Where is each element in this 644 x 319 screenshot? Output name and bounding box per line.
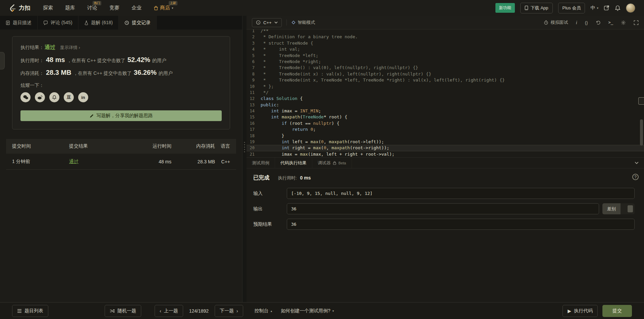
help-icon[interactable]: ? xyxy=(632,174,639,180)
settings-gear-icon[interactable] xyxy=(621,20,626,25)
next-question-button[interactable]: 下一题 › xyxy=(215,305,243,317)
panel-splitter[interactable] xyxy=(243,16,247,302)
code-line[interactable]: 20 int right = max(0, maxpath(root->righ… xyxy=(247,145,644,151)
code-editor[interactable]: 1/**2 * Definition for a binary tree nod… xyxy=(247,30,644,157)
feedback-icon[interactable] xyxy=(604,5,609,11)
code-line[interactable]: 18 } xyxy=(247,133,644,139)
code-line[interactable]: 13public: xyxy=(247,102,644,108)
language-select[interactable]: C++ xyxy=(252,18,282,27)
submission-runtime: 48 ms xyxy=(133,159,171,164)
editor-scrollbar-thumb[interactable] xyxy=(640,119,643,146)
tab-solutions[interactable]: 题解 (618) xyxy=(78,16,119,30)
plus-member-button[interactable]: Plus 会员 xyxy=(558,3,585,13)
code-line[interactable]: 4 * int val; xyxy=(247,46,644,52)
prev-question-button[interactable]: ‹ 上一题 xyxy=(155,305,183,317)
fullscreen-icon[interactable] xyxy=(634,20,639,25)
nav-item-problems[interactable]: 题库 xyxy=(65,5,75,11)
line-number: 7 xyxy=(247,65,261,71)
format-braces-icon[interactable]: {} xyxy=(585,20,588,25)
download-app-button[interactable]: 下载 App xyxy=(520,3,553,13)
code-line[interactable]: 2 * Definition for a binary tree node. xyxy=(247,34,644,40)
weibo-icon[interactable] xyxy=(35,92,45,102)
douban-icon[interactable]: 豆 xyxy=(64,92,74,102)
code-line[interactable]: 5 * TreeNode *left; xyxy=(247,53,644,59)
code-line[interactable]: 17 return 0; xyxy=(247,126,644,132)
mock-interview-button[interactable]: 模拟面试 xyxy=(544,19,568,25)
diff-button[interactable]: 差别 xyxy=(602,203,621,214)
expected-value-box[interactable]: 36 xyxy=(287,219,635,230)
col-result: 提交结果 xyxy=(69,143,133,149)
smart-mode-toggle[interactable]: 智能模式 xyxy=(291,19,315,25)
nav-item-explore[interactable]: 探索 xyxy=(43,5,53,11)
problem-list-button[interactable]: 题目列表 xyxy=(12,305,48,317)
code-line[interactable]: 10 * }; xyxy=(247,84,644,90)
linkedin-icon[interactable]: in xyxy=(78,92,88,102)
wechat-icon[interactable] xyxy=(20,92,31,102)
tab-run-result[interactable]: 代码执行结果 xyxy=(275,158,312,168)
top-navbar: 力扣 探索 题库 讨论 热门 竞赛 企业 商店 ▾ 上新 新功能 xyxy=(0,0,644,16)
line-number: 2 xyxy=(247,34,261,40)
reset-code-icon[interactable] xyxy=(596,20,601,25)
code-line[interactable]: 12class Solution { xyxy=(247,96,644,102)
write-solution-button[interactable]: 写题解，分享我的解题思路 xyxy=(20,110,222,121)
code-line[interactable]: 7 * TreeNode() : val(0), left(nullptr), … xyxy=(247,65,644,71)
tab-debugger[interactable]: 调试器 Beta xyxy=(312,158,352,168)
input-row: 输入 [-10, 9, 15, null, null, 9, 12] xyxy=(253,188,635,199)
nav-item-discuss[interactable]: 讨论 热门 xyxy=(87,5,97,11)
submit-button[interactable]: 提交 xyxy=(602,305,632,317)
line-number: 16 xyxy=(247,120,261,126)
info-circle-icon xyxy=(256,20,261,25)
leetcode-logo[interactable]: 力扣 xyxy=(9,4,30,12)
tab-comments[interactable]: 评论 (545) xyxy=(38,16,78,30)
code-line[interactable]: 3 * struct TreeNode { xyxy=(247,40,644,46)
pencil-icon xyxy=(90,114,94,118)
tab-description[interactable]: 题目描述 xyxy=(0,16,38,30)
tab-submissions[interactable]: 提交记录 xyxy=(119,16,157,30)
collapse-console-icon[interactable] xyxy=(635,162,639,164)
input-value-box[interactable]: [-10, 9, 15, null, null, 9, 12] xyxy=(287,188,635,199)
nav-item-contest[interactable]: 竞赛 xyxy=(109,5,119,11)
input-label: 输入 xyxy=(253,191,287,197)
qzone-bell-icon[interactable] xyxy=(49,92,59,102)
console-toggle[interactable]: 控制台 ▴ xyxy=(255,308,272,314)
code-line[interactable]: 1/** xyxy=(247,30,644,34)
col-runtime: 运行时间 xyxy=(133,143,171,149)
line-number: 18 xyxy=(247,133,261,139)
submission-time: 1 分钟前 xyxy=(12,159,69,165)
nav-right: 新功能 下载 App Plus 会员 中▾ xyxy=(495,3,635,13)
nav-item-business[interactable]: 企业 xyxy=(131,5,142,11)
nav-item-store[interactable]: 商店 ▾ 上新 xyxy=(154,5,173,11)
collapse-panel-handle[interactable] xyxy=(0,52,5,69)
run-code-button[interactable]: ▶ 执行代码 xyxy=(562,305,598,317)
output-row: 输出 36 差别 xyxy=(253,203,635,214)
memory-mid: ，在所有 C++ 提交中击败了 xyxy=(73,70,132,76)
terminal-icon[interactable]: >_ xyxy=(608,20,613,25)
editor-expand-handle[interactable] xyxy=(638,97,644,105)
testcase-help-link[interactable]: 如何创建一个测试用例? ▾ xyxy=(281,308,334,314)
code-line[interactable]: 6 * TreeNode *right; xyxy=(247,59,644,65)
stopwatch-icon xyxy=(544,20,548,25)
tab-testcase[interactable]: 测试用例 xyxy=(247,158,275,168)
code-line[interactable]: 11 */ xyxy=(247,90,644,96)
code-line[interactable]: 9 * TreeNode(int x, TreeNode *left, Tree… xyxy=(247,77,644,83)
code-line[interactable]: 8 * TreeNode(int x) : val(x), left(nullp… xyxy=(247,71,644,77)
code-line[interactable]: 16 if (root == nullptr) { xyxy=(247,120,644,126)
code-line[interactable]: 14 int imax = INT_MIN; xyxy=(247,108,644,114)
user-avatar[interactable] xyxy=(626,3,635,13)
submission-result-link[interactable]: 通过 xyxy=(69,159,78,164)
submission-row[interactable]: 1 分钟前 通过 48 ms 28.3 MB C++ xyxy=(6,154,236,170)
notifications-bell-icon[interactable] xyxy=(615,5,621,11)
new-feature-badge[interactable]: 新功能 xyxy=(495,3,515,13)
diff-toggle[interactable] xyxy=(621,203,635,214)
random-question-button[interactable]: 随机一题 xyxy=(105,305,141,317)
code-line[interactable]: 15 int maxpath(TreeNode* root) { xyxy=(247,114,644,120)
run-status: 已完成 xyxy=(253,174,269,181)
code-lines: 1/**2 * Definition for a binary tree nod… xyxy=(247,30,644,157)
code-line[interactable]: 19 int left = max(0, maxpath(root->left)… xyxy=(247,139,644,145)
app-root: 力扣 探索 题库 讨论 热门 竞赛 企业 商店 ▾ 上新 新功能 xyxy=(0,0,644,319)
code-line[interactable]: 21 imax = max(imax, left + right + root-… xyxy=(247,151,644,157)
show-detail-link[interactable]: 显示详情 › xyxy=(60,45,80,51)
output-value-box[interactable]: 36 xyxy=(287,203,599,214)
language-switch[interactable]: 中▾ xyxy=(590,5,598,11)
editor-info-icon[interactable]: i xyxy=(576,20,577,25)
